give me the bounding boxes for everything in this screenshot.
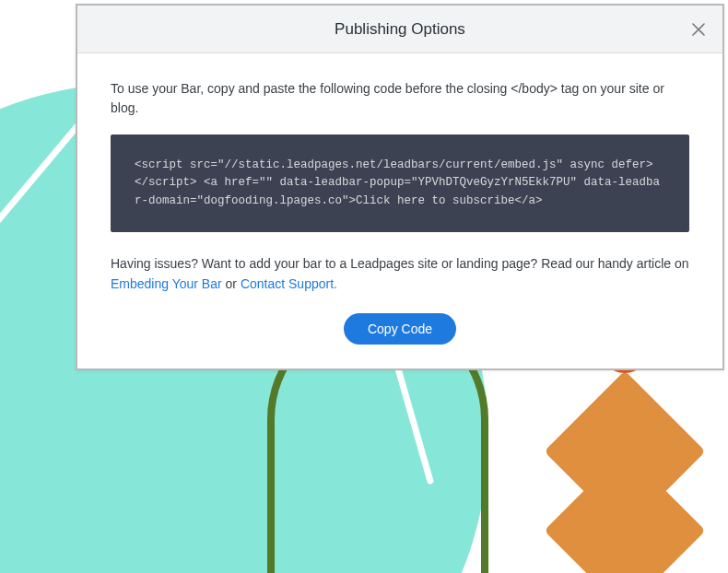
publishing-options-modal: Publishing Options To use your Bar, copy… (76, 4, 724, 370)
copy-code-button[interactable]: Copy Code (344, 313, 456, 345)
modal-header: Publishing Options (77, 6, 722, 53)
embedding-article-link[interactable]: Embeding Your Bar (111, 276, 222, 291)
embed-code-block[interactable]: <script src="//static.leadpages.net/lead… (111, 134, 689, 232)
close-icon (692, 23, 705, 36)
help-prefix: Having issues? Want to add your bar to a… (111, 256, 689, 271)
help-text: Having issues? Want to add your bar to a… (111, 254, 689, 294)
button-row: Copy Code (111, 313, 689, 345)
modal-title: Publishing Options (335, 20, 465, 39)
close-button[interactable] (684, 15, 713, 44)
contact-support-link[interactable]: Contact Support. (241, 276, 337, 291)
help-mid: or (222, 276, 241, 291)
modal-body: To use your Bar, copy and paste the foll… (77, 53, 722, 368)
instructions-text: To use your Bar, copy and paste the foll… (111, 79, 689, 118)
